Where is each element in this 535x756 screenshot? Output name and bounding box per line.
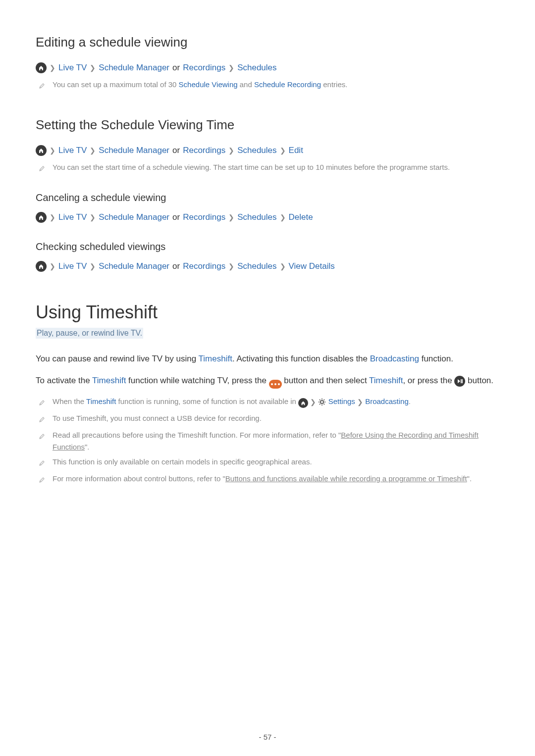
nav-edit[interactable]: Edit <box>289 144 303 157</box>
chevron-right-icon: ❯ <box>228 61 234 75</box>
paragraph-timeshift-1: You can pause and rewind live TV by usin… <box>36 352 499 366</box>
note-setting: You can set the start time of a schedule… <box>36 161 499 175</box>
gear-icon <box>318 398 326 409</box>
chevron-right-icon: ❯ <box>228 144 234 157</box>
nav-schedule-manager[interactable]: Schedule Manager <box>99 210 169 224</box>
breadcrumb-editing: ❯ Live TV ❯ Schedule Manager or Recordin… <box>36 61 499 75</box>
note-text: You can set up a maximum total of 30 Sch… <box>53 79 499 91</box>
note-text-segment: entries. <box>321 80 347 89</box>
nav-live-tv[interactable]: Live TV <box>58 144 87 157</box>
link-timeshift[interactable]: Timeshift <box>369 376 403 385</box>
text-segment: To activate the <box>36 376 92 385</box>
heading-timeshift: Using Timeshift <box>36 302 499 323</box>
nav-schedules[interactable]: Schedules <box>237 144 276 157</box>
nav-recordings[interactable]: Recordings <box>183 259 225 273</box>
nav-recordings[interactable]: Recordings <box>183 61 225 75</box>
breadcrumb-canceling: ❯ Live TV ❯ Schedule Manager or Recordin… <box>36 210 499 224</box>
note-text: Read all precautions before using the Ti… <box>53 429 499 453</box>
link-buttons-functions[interactable]: Buttons and functions available while re… <box>225 474 467 483</box>
chevron-right-icon: ❯ <box>357 396 363 408</box>
link-schedule-recording[interactable]: Schedule Recording <box>254 80 321 89</box>
nav-schedule-manager[interactable]: Schedule Manager <box>99 259 169 273</box>
text-segment: function is running, some of function is… <box>116 397 298 405</box>
link-schedule-viewing[interactable]: Schedule Viewing <box>179 80 238 89</box>
note-timeshift-4: This function is only available on certa… <box>36 456 499 470</box>
nav-delete[interactable]: Delete <box>289 210 313 224</box>
page-number: - 57 - <box>0 733 535 741</box>
note-timeshift-2: To use Timeshift, you must connect a USB… <box>36 412 499 426</box>
nav-schedule-manager[interactable]: Schedule Manager <box>99 144 169 157</box>
note-text: When the Timeshift function is running, … <box>53 396 499 409</box>
pen-icon <box>39 431 46 443</box>
text-segment: Read all precautions before using the Ti… <box>53 431 341 439</box>
chevron-right-icon: ❯ <box>50 61 55 75</box>
chevron-right-icon: ❯ <box>90 61 96 75</box>
note-text: To use Timeshift, you must connect a USB… <box>53 412 499 424</box>
text-segment: You can pause and rewind live TV by usin… <box>36 354 199 363</box>
chevron-right-icon: ❯ <box>90 144 96 157</box>
heading-checking: Checking scheduled viewings <box>36 241 499 252</box>
pen-icon <box>39 163 46 175</box>
link-timeshift[interactable]: Timeshift <box>92 376 126 385</box>
link-timeshift[interactable]: Timeshift <box>86 397 116 405</box>
chevron-right-icon: ❯ <box>280 259 286 273</box>
text-segment: . Activating this function disables the <box>232 354 370 363</box>
nav-broadcasting[interactable]: Broadcasting <box>365 397 409 405</box>
text-segment: , or press the <box>403 376 454 385</box>
text-segment: button. <box>465 376 493 385</box>
pen-icon <box>39 398 46 409</box>
note-text: For more information about control butto… <box>53 473 499 485</box>
paragraph-timeshift-2: To activate the Timeshift function while… <box>36 373 499 389</box>
pen-icon <box>39 475 46 487</box>
breadcrumb-checking: ❯ Live TV ❯ Schedule Manager or Recordin… <box>36 259 499 273</box>
link-broadcasting[interactable]: Broadcasting <box>370 354 419 363</box>
text-or: or <box>172 259 180 273</box>
note-editing: You can set up a maximum total of 30 Sch… <box>36 79 499 93</box>
home-icon <box>36 212 47 223</box>
heading-setting: Setting the Schedule Viewing Time <box>36 117 499 133</box>
text-segment: function while watching TV, press the <box>126 376 268 385</box>
chevron-right-icon: ❯ <box>280 210 286 224</box>
heading-canceling: Canceling a schedule viewing <box>36 192 499 203</box>
text-or: or <box>172 61 180 75</box>
nav-view-details[interactable]: View Details <box>289 259 335 273</box>
nav-live-tv[interactable]: Live TV <box>58 210 87 224</box>
chevron-right-icon: ❯ <box>228 259 234 273</box>
text-segment: . <box>409 397 411 405</box>
pen-icon <box>39 81 46 93</box>
nav-schedule-manager[interactable]: Schedule Manager <box>99 61 169 75</box>
text-segment: button and then select <box>282 376 369 385</box>
nav-schedules[interactable]: Schedules <box>237 61 276 75</box>
text-segment: function. <box>419 354 453 363</box>
note-text-segment: You can set up a maximum total of 30 <box>53 80 179 89</box>
note-timeshift-1: When the Timeshift function is running, … <box>36 396 499 409</box>
note-text: This function is only available on certa… <box>53 456 499 468</box>
chevron-right-icon: ❯ <box>90 210 96 224</box>
nav-live-tv[interactable]: Live TV <box>58 259 87 273</box>
note-text: You can set the start time of a schedule… <box>53 161 499 173</box>
subtitle-timeshift: Play, pause, or rewind live TV. <box>36 328 143 339</box>
pen-icon <box>39 414 46 426</box>
play-pause-icon <box>454 376 465 387</box>
breadcrumb-setting: ❯ Live TV ❯ Schedule Manager or Recordin… <box>36 144 499 157</box>
chevron-right-icon: ❯ <box>228 210 234 224</box>
nav-recordings[interactable]: Recordings <box>183 210 225 224</box>
nav-schedules[interactable]: Schedules <box>237 259 276 273</box>
remote-dots-icon <box>269 380 282 389</box>
nav-schedules[interactable]: Schedules <box>237 210 276 224</box>
chevron-right-icon: ❯ <box>50 210 55 224</box>
nav-settings[interactable]: Settings <box>328 397 355 405</box>
home-icon <box>298 398 308 408</box>
text-segment: For more information about control butto… <box>53 474 225 483</box>
home-icon <box>36 62 47 73</box>
chevron-right-icon: ❯ <box>50 259 55 273</box>
text-or: or <box>172 210 180 224</box>
nav-live-tv[interactable]: Live TV <box>58 61 87 75</box>
text-segment: ". <box>85 443 90 451</box>
chevron-right-icon: ❯ <box>310 396 316 408</box>
link-timeshift[interactable]: Timeshift <box>199 354 232 363</box>
heading-editing: Editing a schedule viewing <box>36 35 499 50</box>
text-segment: ". <box>467 474 472 483</box>
nav-recordings[interactable]: Recordings <box>183 144 225 157</box>
note-text-segment: and <box>238 80 254 89</box>
